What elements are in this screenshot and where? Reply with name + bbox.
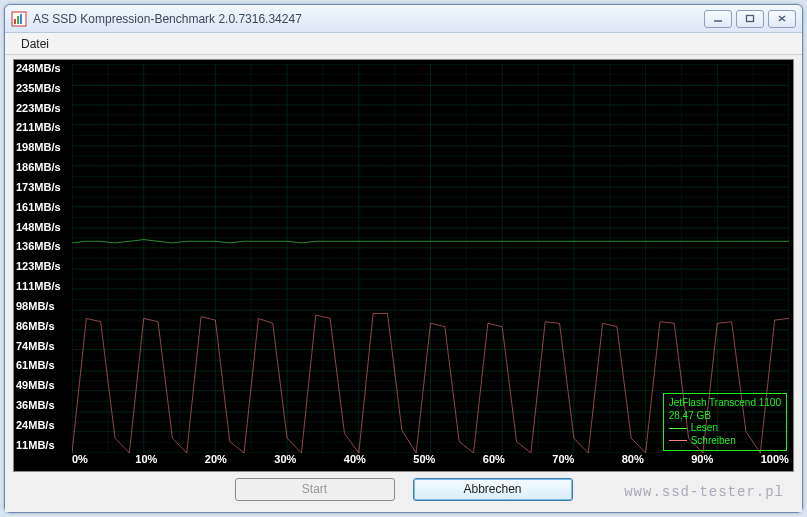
legend-device: JetFlash Transcend 1100 [669, 397, 781, 410]
svg-rect-3 [20, 14, 22, 24]
x-axis-labels: 0%10%20%30%40%50%60%70%80%90%100% [72, 453, 789, 471]
window-buttons [704, 10, 796, 28]
legend: JetFlash Transcend 1100 28,47 GB Lesen S… [663, 393, 787, 451]
titlebar[interactable]: AS SSD Kompression-Benchmark 2.0.7316.34… [5, 5, 802, 33]
button-bar: Start Abbrechen www.ssd-tester.pl [13, 472, 794, 506]
watermark: www.ssd-tester.pl [624, 484, 784, 500]
legend-write: Schreiben [669, 435, 781, 448]
client-area: 248MB/s235MB/s223MB/s211MB/s198MB/s186MB… [5, 55, 802, 512]
start-button: Start [235, 478, 395, 501]
legend-capacity: 28,47 GB [669, 410, 781, 423]
svg-rect-1 [14, 19, 16, 24]
maximize-button[interactable] [736, 10, 764, 28]
app-icon [11, 11, 27, 27]
y-axis-labels: 248MB/s235MB/s223MB/s211MB/s198MB/s186MB… [14, 60, 72, 453]
app-window: AS SSD Kompression-Benchmark 2.0.7316.34… [4, 4, 803, 513]
window-title: AS SSD Kompression-Benchmark 2.0.7316.34… [33, 12, 704, 26]
line-icon [669, 440, 687, 441]
chart: 248MB/s235MB/s223MB/s211MB/s198MB/s186MB… [13, 59, 794, 472]
svg-rect-2 [17, 16, 19, 24]
cancel-button[interactable]: Abbrechen [413, 478, 573, 501]
svg-rect-5 [747, 16, 754, 22]
legend-read: Lesen [669, 422, 781, 435]
menu-file[interactable]: Datei [13, 35, 57, 53]
close-button[interactable] [768, 10, 796, 28]
line-icon [669, 428, 687, 429]
menubar: Datei [5, 33, 802, 55]
minimize-button[interactable] [704, 10, 732, 28]
